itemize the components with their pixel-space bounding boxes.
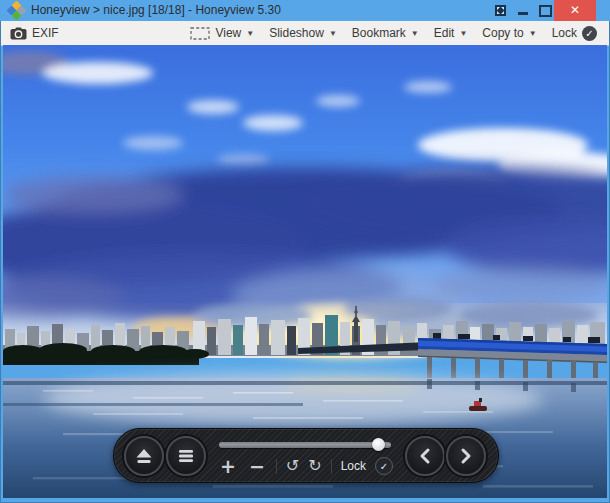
zoom-slider-thumb[interactable] xyxy=(372,438,385,451)
controls-lock-toggle[interactable]: ✓ xyxy=(375,457,393,475)
edit-menu-button[interactable]: Edit ▼ xyxy=(434,26,468,40)
viewer-control-bar: + − ↺ ↻ Lock ✓ xyxy=(113,428,499,483)
divider xyxy=(331,459,332,474)
divider xyxy=(276,459,277,474)
zoom-in-button[interactable]: + xyxy=(218,457,238,475)
bookmark-menu-label: Bookmark xyxy=(352,26,406,40)
check-icon: ✓ xyxy=(380,461,388,472)
honeyview-window: Honeyview > nice.jpg [18/18] - Honeyview… xyxy=(0,0,610,503)
minimize-icon xyxy=(518,12,528,15)
chevron-down-icon: ▼ xyxy=(529,28,537,38)
maximize-button[interactable] xyxy=(539,5,552,17)
close-icon: ✕ xyxy=(570,3,580,17)
controls-lock-label: Lock xyxy=(341,459,366,473)
chevron-left-icon xyxy=(418,447,432,465)
chevron-down-icon: ▼ xyxy=(459,28,467,38)
main-toolbar: EXIF View ▼ Slideshow ▼ Bookmark ▼ Edit … xyxy=(1,21,609,46)
slideshow-menu-label: Slideshow xyxy=(269,26,324,40)
zoom-slider-track[interactable] xyxy=(219,442,391,448)
eject-icon xyxy=(135,448,153,464)
chevron-down-icon: ▼ xyxy=(329,28,337,38)
slideshow-menu-button[interactable]: Slideshow ▼ xyxy=(269,26,337,40)
next-image-button[interactable] xyxy=(446,436,486,476)
bookmark-menu-button[interactable]: Bookmark ▼ xyxy=(352,26,419,40)
rotate-right-button[interactable]: ↻ xyxy=(308,457,321,475)
chevron-down-icon: ▼ xyxy=(246,28,254,38)
maximize-icon xyxy=(539,5,552,17)
toolbar-lock-toggle[interactable]: Lock ✓ xyxy=(552,26,597,41)
title-bar[interactable]: Honeyview > nice.jpg [18/18] - Honeyview… xyxy=(0,0,610,21)
hamburger-menu-icon xyxy=(178,449,194,463)
fullscreen-button[interactable] xyxy=(494,4,507,17)
view-menu-label: View xyxy=(215,26,241,40)
exif-button[interactable]: EXIF xyxy=(10,26,59,40)
rotate-left-button[interactable]: ↺ xyxy=(286,457,299,475)
chevron-right-icon xyxy=(459,447,473,465)
copy-to-menu-label: Copy to xyxy=(482,26,523,40)
zoom-out-button[interactable]: − xyxy=(247,457,267,475)
toolbar-lock-label: Lock xyxy=(552,26,577,40)
chevron-down-icon: ▼ xyxy=(411,28,419,38)
window-title: Honeyview > nice.jpg [18/18] - Honeyview… xyxy=(31,0,281,21)
zoom-slider[interactable] xyxy=(219,438,391,452)
close-button[interactable]: ✕ xyxy=(554,0,596,21)
menu-button[interactable] xyxy=(166,436,206,476)
minimize-button[interactable] xyxy=(518,6,528,15)
view-menu-button[interactable]: View ▼ xyxy=(190,26,254,40)
edit-menu-label: Edit xyxy=(434,26,455,40)
exif-label: EXIF xyxy=(32,26,59,40)
open-file-button[interactable] xyxy=(124,436,164,476)
copy-to-menu-button[interactable]: Copy to ▼ xyxy=(482,26,536,40)
check-circle-icon: ✓ xyxy=(582,26,597,41)
fit-view-icon xyxy=(190,27,210,40)
honeyview-logo-icon xyxy=(8,2,25,19)
previous-image-button[interactable] xyxy=(405,436,445,476)
camera-icon xyxy=(10,27,27,40)
